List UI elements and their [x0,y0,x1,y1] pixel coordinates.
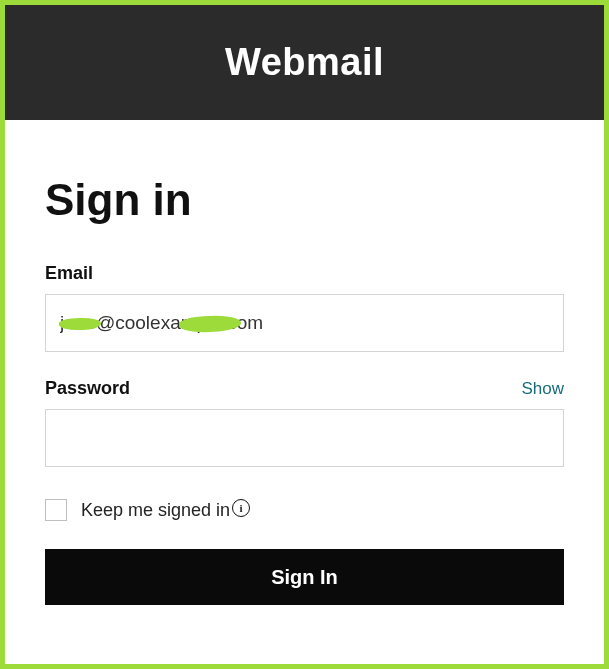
signin-panel: Sign in Email Password Show Keep me sign… [5,120,604,635]
app-frame: Webmail Sign in Email Password Show Keep… [0,0,609,669]
email-field-wrap [45,294,564,352]
keep-signed-row: Keep me signed in i [45,499,564,521]
keep-signed-checkbox[interactable] [45,499,67,521]
password-label: Password [45,378,130,399]
email-field[interactable] [45,294,564,352]
info-icon[interactable]: i [232,499,250,517]
signin-button[interactable]: Sign In [45,549,564,605]
password-field[interactable] [45,409,564,467]
header-bar: Webmail [5,5,604,120]
email-label: Email [45,263,564,284]
app-title: Webmail [225,41,384,84]
keep-signed-text: Keep me signed in [81,500,230,521]
show-password-link[interactable]: Show [521,379,564,399]
keep-signed-label: Keep me signed in i [81,500,250,521]
page-title: Sign in [45,175,564,225]
password-label-row: Password Show [45,378,564,399]
